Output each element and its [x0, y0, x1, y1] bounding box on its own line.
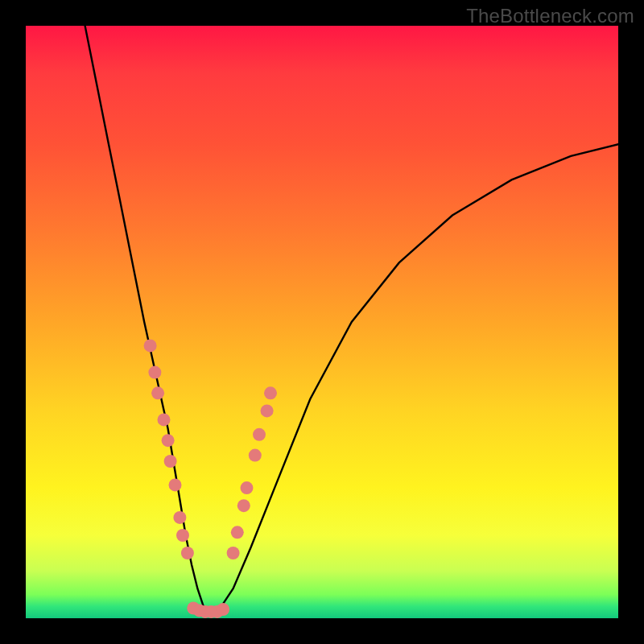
watermark-text: TheBottleneck.com — [466, 5, 634, 27]
marker-right — [237, 499, 250, 512]
marker-bottom — [217, 603, 229, 616]
bottleneck-curve — [85, 26, 618, 613]
marker-left — [158, 413, 171, 426]
marker-right — [264, 386, 277, 399]
marker-left — [169, 478, 182, 491]
marker-right — [241, 481, 254, 494]
plot-area — [26, 26, 618, 618]
marker-left — [176, 529, 189, 542]
marker-left — [144, 339, 157, 352]
marker-right — [227, 547, 240, 559]
curve-layer — [26, 26, 618, 618]
marker-left — [173, 511, 186, 524]
marker-right — [261, 404, 274, 417]
chart-frame: TheBottleneck.com — [0, 0, 644, 644]
curve-markers — [144, 339, 277, 618]
marker-left — [162, 434, 175, 447]
marker-right — [249, 449, 262, 462]
marker-right — [231, 526, 244, 539]
marker-left — [148, 366, 161, 379]
marker-left — [164, 455, 177, 468]
marker-left — [151, 386, 164, 399]
marker-right — [253, 428, 266, 441]
marker-left — [181, 547, 194, 559]
